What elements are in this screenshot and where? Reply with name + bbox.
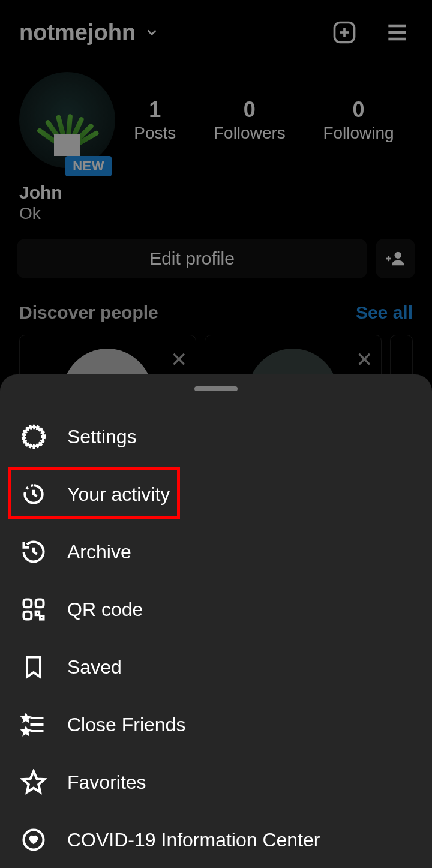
name-block: John Ok <box>0 168 432 223</box>
create-button[interactable] <box>329 17 360 48</box>
menu-item-settings[interactable]: Settings <box>0 408 432 465</box>
display-name: John <box>19 182 413 203</box>
stat-followers[interactable]: 0 Followers <box>214 97 286 143</box>
svg-marker-20 <box>23 728 29 734</box>
discover-people-heading: Discover people <box>19 302 158 323</box>
menu-item-saved[interactable]: Saved <box>0 638 432 696</box>
star-icon <box>20 769 47 795</box>
archive-icon <box>20 539 47 565</box>
close-friends-icon <box>20 711 47 738</box>
stat-count: 0 <box>214 97 286 122</box>
settings-icon <box>20 424 47 450</box>
stat-label: Followers <box>214 124 286 143</box>
stat-label: Posts <box>134 124 176 143</box>
menu-item-label: COVID-19 Information Center <box>67 829 320 851</box>
bio-text: Ok <box>19 204 413 223</box>
discover-people-button[interactable] <box>376 239 415 278</box>
svg-rect-11 <box>24 600 32 608</box>
stat-posts[interactable]: 1 Posts <box>134 97 176 143</box>
see-all-link[interactable]: See all <box>356 302 413 323</box>
svg-rect-14 <box>36 612 40 615</box>
menu-item-favorites[interactable]: Favorites <box>0 753 432 811</box>
avatar-wrap[interactable]: NEW <box>19 72 115 168</box>
drag-handle[interactable] <box>194 386 238 391</box>
username-switcher[interactable]: notmejohn <box>19 20 136 46</box>
stat-count: 1 <box>134 97 176 122</box>
menu-item-close-friends[interactable]: Close Friends <box>0 696 432 753</box>
stat-label: Following <box>323 124 394 143</box>
options-bottom-sheet: Settings Your activity Archive QR code S… <box>0 374 432 868</box>
menu-item-label: Archive <box>67 541 131 563</box>
menu-item-qr-code[interactable]: QR code <box>0 581 432 638</box>
avatar <box>19 72 115 168</box>
svg-rect-13 <box>24 612 32 620</box>
stat-count: 0 <box>323 97 394 122</box>
close-icon[interactable]: ✕ <box>170 347 187 371</box>
activity-icon <box>20 481 47 507</box>
menu-item-label: QR code <box>67 599 143 621</box>
new-badge: NEW <box>65 156 112 176</box>
menu-item-label: Settings <box>67 426 137 448</box>
menu-item-your-activity[interactable]: Your activity <box>0 465 432 523</box>
menu-item-label: Favorites <box>67 771 146 794</box>
profile-header: notmejohn <box>0 0 432 54</box>
svg-rect-12 <box>36 600 44 608</box>
menu-item-label: Saved <box>67 656 122 678</box>
qr-code-icon <box>20 596 47 623</box>
svg-marker-19 <box>23 715 29 720</box>
hamburger-menu-button[interactable] <box>382 17 413 48</box>
svg-point-6 <box>395 252 401 259</box>
stat-following[interactable]: 0 Following <box>323 97 394 143</box>
menu-item-label: Close Friends <box>67 714 185 736</box>
menu-item-covid-info[interactable]: COVID-19 Information Center <box>0 811 432 868</box>
svg-marker-21 <box>23 771 45 792</box>
edit-profile-button[interactable]: Edit profile <box>17 239 367 278</box>
menu-item-label: Your activity <box>67 483 170 506</box>
heart-circle-icon <box>20 827 47 853</box>
add-person-icon <box>385 248 406 269</box>
close-icon[interactable]: ✕ <box>356 347 373 371</box>
svg-rect-15 <box>40 616 44 620</box>
profile-stats-row: NEW 1 Posts 0 Followers 0 Following <box>0 54 432 168</box>
bookmark-icon <box>20 654 47 680</box>
menu-item-archive[interactable]: Archive <box>0 523 432 581</box>
chevron-down-icon[interactable] <box>144 25 160 40</box>
